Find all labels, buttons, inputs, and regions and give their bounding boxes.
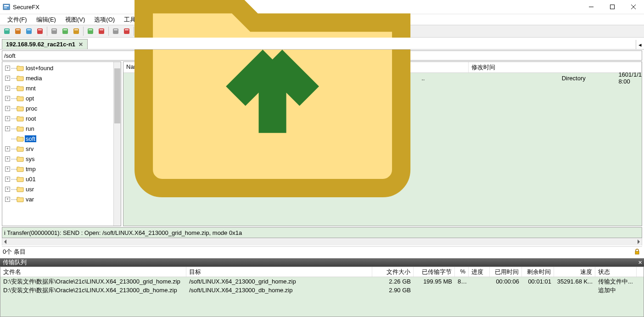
svg-rect-9: [15, 28, 21, 34]
tree-item[interactable]: +⋯u01: [2, 174, 113, 184]
tabbar: 192.168.59.62_rac21c-n1 ✕ ◂: [0, 38, 644, 50]
svg-rect-18: [63, 29, 67, 30]
queue-cell-percent: 8%: [455, 278, 469, 285]
expand-icon[interactable]: +: [5, 167, 10, 172]
tree-connector: ⋯: [11, 75, 16, 82]
tree-item-label: tmp: [25, 166, 37, 172]
status-text: 0个 条目: [2, 248, 634, 256]
tree-item[interactable]: +⋯usr: [2, 184, 113, 194]
cut-icon[interactable]: [49, 26, 59, 36]
svg-rect-0: [3, 4, 10, 10]
expand-icon[interactable]: +: [5, 86, 10, 91]
expand-icon[interactable]: +: [5, 106, 10, 111]
disconnect-icon[interactable]: [35, 26, 45, 36]
queue-close-icon[interactable]: ✕: [638, 260, 642, 266]
queue-cell-status: 传输文件中...: [595, 278, 637, 286]
connect-icon[interactable]: [2, 26, 12, 36]
expand-icon[interactable]: +: [5, 197, 10, 202]
queue-cell-filename: D:\安装文件\数据库\Oracle\21c\LINUX.X64_213000_…: [0, 278, 186, 286]
expand-icon[interactable]: +: [5, 66, 10, 71]
queue-row[interactable]: D:\安装文件\数据库\Oracle\21c\LINUX.X64_213000_…: [0, 277, 644, 286]
queue-col-percent[interactable]: %: [455, 267, 469, 277]
menu-item[interactable]: 编辑(E): [32, 15, 61, 25]
svg-rect-23: [99, 28, 104, 34]
tree-item-label: usr: [25, 186, 35, 193]
folder-tree[interactable]: +⋯lost+found+⋯media+⋯mnt+⋯opt+⋯proc+⋯roo…: [2, 62, 113, 226]
svg-rect-19: [73, 28, 79, 34]
tree-item[interactable]: ⋯soft: [2, 133, 113, 144]
svg-rect-17: [62, 28, 68, 34]
tree-item[interactable]: +⋯media: [2, 73, 113, 83]
expand-icon[interactable]: +: [5, 187, 10, 192]
maximize-button[interactable]: [602, 0, 623, 14]
close-button[interactable]: [623, 0, 644, 14]
tree-item[interactable]: +⋯proc: [2, 103, 113, 113]
expand-icon[interactable]: +: [5, 76, 10, 81]
tree-item[interactable]: +⋯opt: [2, 93, 113, 103]
tree-connector: ⋯: [11, 95, 16, 102]
expand-icon[interactable]: +: [5, 156, 10, 161]
menu-item[interactable]: 视图(V): [61, 15, 90, 25]
expand-icon[interactable]: +: [5, 96, 10, 101]
file-list-pane: Name 大小 类型 修改时间 ..Directory1601/1/1 8:00: [123, 61, 642, 226]
menu-item[interactable]: 文件(F): [3, 15, 32, 25]
expand-icon[interactable]: +: [5, 116, 10, 121]
queue-col-target[interactable]: 目标: [186, 267, 372, 277]
session-tab[interactable]: 192.168.59.62_rac21c-n1 ✕: [2, 39, 88, 49]
tree-scrollbar[interactable]: [113, 62, 121, 226]
folder-icon: [17, 125, 24, 132]
queue-col-remaining[interactable]: 剩余时间: [522, 267, 554, 277]
tree-item[interactable]: +⋯mnt: [2, 83, 113, 93]
tree-item-label: var: [25, 196, 35, 203]
tree-item[interactable]: +⋯tmp: [2, 164, 113, 174]
quick-connect-icon[interactable]: [13, 26, 23, 36]
col-modified[interactable]: 修改时间: [469, 62, 642, 72]
folder-icon: [17, 85, 24, 91]
queue-col-filesize[interactable]: 文件大小: [372, 267, 414, 277]
minimize-button[interactable]: [581, 0, 602, 14]
queue-title: 传输队列: [3, 258, 27, 267]
menu-item[interactable]: 选项(O): [90, 15, 119, 25]
cancel-icon[interactable]: [111, 26, 121, 36]
tree-item-label: u01: [25, 176, 37, 183]
tree-item[interactable]: +⋯sys: [2, 154, 113, 164]
queue-col-speed[interactable]: 速度: [554, 267, 595, 277]
log-scrollbar[interactable]: [2, 238, 642, 245]
cell-name: ..: [421, 75, 548, 82]
file-list-body[interactable]: ..Directory1601/1/1 8:00: [123, 73, 642, 226]
svg-rect-21: [88, 28, 93, 34]
expand-icon[interactable]: +: [5, 177, 10, 182]
folder-icon: [17, 115, 24, 122]
queue-col-progress[interactable]: 进度: [469, 267, 490, 277]
tab-scroll-left-icon[interactable]: ◂: [636, 40, 644, 49]
svg-rect-26: [114, 29, 118, 30]
delete-icon[interactable]: [96, 26, 106, 36]
reconnect-icon[interactable]: [24, 26, 34, 36]
paste-icon[interactable]: [71, 26, 81, 36]
tree-connector: ⋯: [11, 156, 16, 162]
tree-item-label: opt: [25, 95, 35, 102]
tree-item[interactable]: +⋯root: [2, 113, 113, 123]
svg-rect-10: [16, 29, 20, 30]
queue-col-transferred[interactable]: 已传输字节: [414, 267, 455, 277]
tree-item[interactable]: +⋯srv: [2, 144, 113, 154]
tree-item[interactable]: +⋯lost+found: [2, 63, 113, 73]
copy-icon[interactable]: [60, 26, 70, 36]
folder-icon: [17, 156, 24, 162]
list-row[interactable]: ..Directory1601/1/1 8:00: [123, 73, 642, 83]
tree-item[interactable]: +⋯var: [2, 194, 113, 204]
queue-row[interactable]: D:\安装文件\数据库\Oracle\21c\LINUX.X64_213000_…: [0, 286, 644, 295]
expand-icon[interactable]: +: [5, 146, 10, 151]
tree-item-label: media: [25, 75, 43, 82]
expand-icon[interactable]: +: [5, 126, 10, 131]
folder-icon: [17, 75, 24, 81]
new-folder-icon[interactable]: [85, 26, 95, 36]
tree-item-label: proc: [25, 105, 38, 112]
lock-icon: [634, 249, 640, 255]
queue-col-elapsed[interactable]: 已用时间: [490, 267, 522, 277]
tab-close-icon[interactable]: ✕: [78, 42, 84, 47]
tree-item[interactable]: +⋯run: [2, 123, 113, 133]
tree-connector: ⋯: [11, 125, 16, 132]
queue-col-filename[interactable]: 文件名: [0, 267, 186, 277]
queue-col-status[interactable]: 状态: [595, 267, 637, 277]
